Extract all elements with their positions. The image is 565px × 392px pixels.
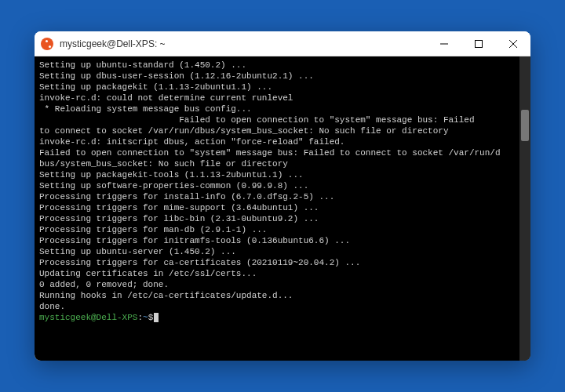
close-button[interactable] [496, 31, 530, 56]
terminal-line: Processing triggers for libc-bin (2.31-0… [39, 213, 526, 224]
maximize-button[interactable] [461, 31, 496, 56]
terminal-line: Processing triggers for initramfs-tools … [39, 235, 526, 246]
window-title: mysticgeek@Dell-XPS: ~ [60, 38, 427, 49]
terminal-line: Failed to open connection to "system" me… [39, 147, 526, 158]
terminal-line: bus/system_bus_socket: No such file or d… [39, 158, 526, 169]
terminal-window: mysticgeek@Dell-XPS: ~ Setting up ubuntu… [35, 31, 530, 361]
terminal-line: * Reloading system message bus config... [39, 103, 526, 114]
minimize-button[interactable] [427, 31, 461, 56]
svg-rect-1 [476, 40, 483, 47]
terminal-line: Setting up ubuntu-server (1.450.2) ... [39, 246, 526, 257]
terminal-line: Setting up software-properties-common (0… [39, 180, 526, 191]
titlebar[interactable]: mysticgeek@Dell-XPS: ~ [35, 31, 530, 56]
terminal-line: Setting up ubuntu-standard (1.450.2) ... [39, 60, 526, 71]
ubuntu-icon [41, 38, 53, 50]
terminal-line: Setting up dbus-user-session (1.12.16-2u… [39, 71, 526, 82]
window-controls [427, 31, 530, 56]
prompt-symbol: $ [148, 313, 154, 322]
terminal-line: Processing triggers for install-info (6.… [39, 191, 526, 202]
scrollbar-thumb[interactable] [521, 110, 529, 141]
terminal-line: Running hooks in /etc/ca-certificates/up… [39, 290, 526, 301]
terminal-body[interactable]: Setting up ubuntu-standard (1.450.2) ...… [35, 56, 530, 361]
scrollbar-track[interactable] [519, 56, 530, 361]
terminal-line: done. [39, 301, 526, 312]
terminal-line: to connect to socket /var/run/dbus/syste… [39, 125, 526, 136]
terminal-line: Updating certificates in /etc/ssl/certs.… [39, 268, 526, 279]
terminal-line: Processing triggers for ca-certificates … [39, 257, 526, 268]
terminal-line: invoke-rc.d: initscript dbus, action "fo… [39, 136, 526, 147]
prompt-user: mysticgeek@Dell-XPS [39, 313, 137, 322]
terminal-output: Setting up ubuntu-standard (1.450.2) ...… [39, 60, 526, 323]
terminal-line: Processing triggers for man-db (2.9.1-1)… [39, 224, 526, 235]
terminal-line: Processing triggers for mime-support (3.… [39, 202, 526, 213]
terminal-line: Setting up packagekit-tools (1.1.13-2ubu… [39, 169, 526, 180]
prompt-path: ~ [143, 313, 148, 322]
terminal-line: invoke-rc.d: could not determine current… [39, 93, 526, 103]
cursor [154, 313, 159, 322]
terminal-line: Failed to open connection to "system" me… [39, 114, 526, 125]
terminal-prompt[interactable]: mysticgeek@Dell-XPS:~$ [39, 312, 526, 323]
terminal-line: 0 added, 0 removed; done. [39, 279, 526, 290]
terminal-line: Setting up packagekit (1.1.13-2ubuntu1.1… [39, 82, 526, 93]
